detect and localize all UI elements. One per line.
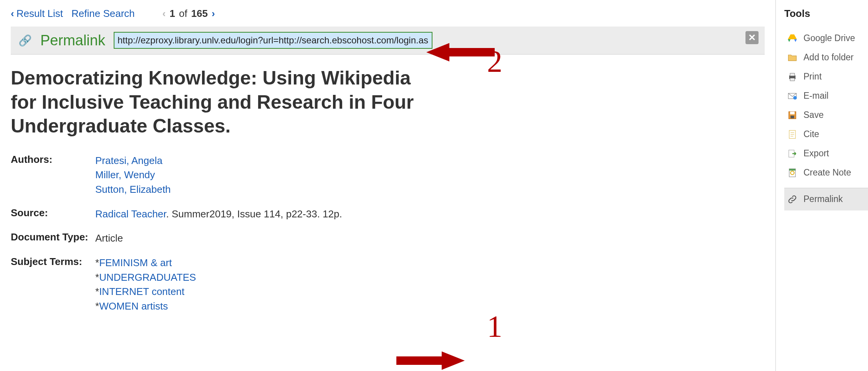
- subject-link[interactable]: UNDERGRADUATES: [99, 272, 196, 283]
- article-title: Democratizing Knowledge: Using Wikipedia…: [11, 66, 433, 138]
- email-icon: [787, 90, 798, 102]
- page-of-label: of: [179, 8, 187, 20]
- source-rest: . Summer2019, Issue 114, p22-33. 12p.: [166, 208, 342, 220]
- author-link[interactable]: Sutton, Elizabeth: [95, 184, 171, 195]
- doctype-label: Document Type:: [11, 231, 95, 246]
- top-nav: Result List Refine Search ‹ 1 of 165 ›: [11, 8, 765, 20]
- svg-marker-2: [794, 39, 797, 42]
- page-total: 165: [191, 8, 208, 20]
- source-label: Source:: [11, 207, 95, 222]
- permalink-bar: 🔗 Permalink ✕: [11, 26, 765, 55]
- tool-label: Cite: [803, 129, 819, 140]
- close-icon: ✕: [748, 32, 756, 43]
- svg-marker-1: [788, 39, 790, 42]
- page-next[interactable]: ›: [212, 8, 215, 20]
- tool-permalink[interactable]: Permalink: [784, 188, 868, 210]
- subjects-label: Subject Terms:: [11, 256, 95, 314]
- source-link[interactable]: Radical Teacher: [95, 208, 166, 220]
- print-icon: [787, 71, 798, 83]
- svg-point-7: [793, 96, 797, 99]
- result-list-link[interactable]: Result List: [11, 8, 63, 20]
- chain-icon: 🔗: [18, 34, 32, 47]
- tool-add-folder[interactable]: Add to folder: [784, 48, 868, 67]
- author-link[interactable]: Miller, Wendy: [95, 169, 155, 181]
- author-link[interactable]: Pratesi, Angela: [95, 155, 162, 166]
- subject-link[interactable]: WOMEN artists: [99, 300, 168, 312]
- save-icon: [787, 109, 798, 121]
- refine-search-link[interactable]: Refine Search: [71, 8, 135, 20]
- subject-link[interactable]: FEMINISM & art: [99, 257, 172, 268]
- annotation-arrow-1: [442, 351, 465, 370]
- tool-label: Print: [803, 71, 822, 82]
- authors-label: Authors:: [11, 154, 95, 197]
- export-icon: [787, 148, 798, 159]
- subjects-value: *FEMINISM & art *UNDERGRADUATES *INTERNE…: [95, 256, 765, 314]
- tool-label: Permalink: [803, 194, 843, 205]
- tool-export[interactable]: Export: [784, 144, 868, 163]
- pager: ‹ 1 of 165 ›: [162, 8, 215, 20]
- permalink-label: Permalink: [40, 32, 105, 49]
- permalink-input[interactable]: [114, 32, 432, 49]
- svg-rect-17: [789, 169, 795, 171]
- tool-cite[interactable]: Cite: [784, 125, 868, 144]
- close-permalink-button[interactable]: ✕: [745, 31, 759, 44]
- tool-create-note[interactable]: Create Note: [784, 163, 868, 182]
- cite-icon: [787, 129, 798, 140]
- svg-rect-10: [790, 116, 794, 118]
- note-icon: [787, 167, 798, 179]
- tools-sidebar: Tools Google Drive Add to folder Print E…: [776, 0, 868, 371]
- svg-rect-4: [790, 73, 795, 76]
- authors-value: Pratesi, Angela Miller, Wendy Sutton, El…: [95, 154, 765, 197]
- annotation-number-1: 1: [487, 309, 502, 344]
- tool-label: Create Note: [803, 167, 851, 178]
- svg-marker-0: [788, 35, 797, 40]
- page-current: 1: [170, 8, 175, 20]
- tool-label: Add to folder: [803, 52, 853, 63]
- tool-print[interactable]: Print: [784, 67, 868, 86]
- svg-rect-9: [790, 112, 795, 114]
- folder-icon: [787, 52, 798, 63]
- tool-email[interactable]: E-mail: [784, 86, 868, 106]
- subject-link[interactable]: INTERNET content: [99, 286, 184, 297]
- doctype-value: Article: [95, 231, 765, 246]
- permalink-icon: [787, 194, 798, 205]
- source-value: Radical Teacher. Summer2019, Issue 114, …: [95, 207, 765, 222]
- tools-heading: Tools: [784, 8, 868, 20]
- page-prev[interactable]: ‹: [162, 8, 166, 20]
- svg-rect-5: [790, 78, 795, 81]
- tool-google-drive[interactable]: Google Drive: [784, 29, 868, 48]
- tool-label: Export: [803, 148, 829, 159]
- google-drive-icon: [787, 33, 798, 44]
- tool-label: Google Drive: [803, 33, 855, 44]
- tool-label: E-mail: [803, 91, 828, 101]
- tool-label: Save: [803, 110, 823, 121]
- tool-save[interactable]: Save: [784, 106, 868, 125]
